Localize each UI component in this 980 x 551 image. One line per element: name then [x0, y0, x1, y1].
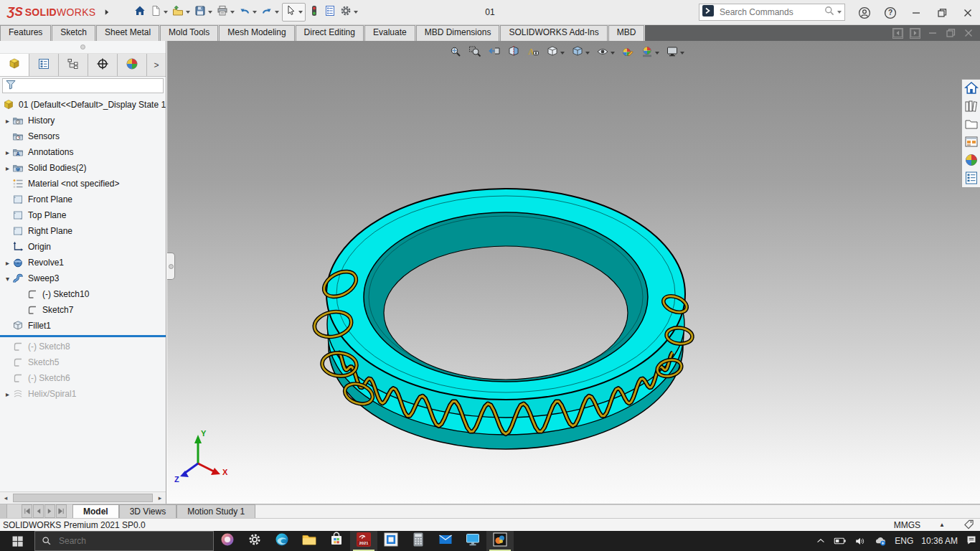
dropdown-caret-icon[interactable]	[298, 11, 303, 14]
tray-network-icon[interactable]	[874, 534, 887, 547]
dynamic-annotation-views-button[interactable]: A	[526, 44, 540, 62]
taskbar-app-microsoft-store[interactable]	[323, 531, 350, 551]
taskbar-app-solidworks-2021[interactable]: 2021	[350, 531, 377, 551]
minimize-button[interactable]	[908, 5, 924, 21]
search-magnifier-icon[interactable]	[824, 5, 835, 19]
ribbon-tab-mold-tools[interactable]: Mold Tools	[160, 25, 218, 41]
display-style-button[interactable]	[570, 44, 590, 62]
dropdown-caret-icon[interactable]	[354, 11, 358, 14]
panel-splitter-handle[interactable]	[0, 41, 166, 54]
panel-horizontal-scrollbar[interactable]: ◂ ▸	[0, 491, 166, 503]
user-account-icon[interactable]	[857, 5, 872, 21]
expand-arrow-icon[interactable]: ▸	[3, 390, 12, 398]
tree-item-front-plane[interactable]: Front Plane	[0, 192, 166, 207]
tray-battery-icon[interactable]	[834, 534, 847, 547]
taskbar-app-settings[interactable]	[241, 531, 268, 551]
open-button[interactable]	[171, 3, 192, 22]
tray-chevron-up-icon[interactable]	[816, 536, 826, 546]
rebuild-button[interactable]	[307, 3, 321, 22]
dropdown-caret-icon[interactable]	[585, 52, 590, 55]
search-commands-input[interactable]	[718, 6, 824, 18]
ribbon-tab-features[interactable]: Features	[0, 25, 51, 41]
taskbar-app-photos[interactable]	[486, 531, 514, 551]
document-tab-model[interactable]: Model	[72, 504, 119, 518]
scroll-left-arrow-icon[interactable]: ◂	[0, 494, 11, 501]
ribbon-tab-mbd-dimensions[interactable]: MBD Dimensions	[416, 25, 500, 41]
tray-volume-icon[interactable]	[854, 535, 866, 547]
tree-filter-input[interactable]	[2, 78, 164, 93]
taskbar-search-input[interactable]	[57, 535, 213, 547]
section-view-button[interactable]	[507, 44, 521, 62]
redo-button[interactable]	[260, 3, 281, 22]
fade-restore-icon[interactable]	[945, 27, 956, 39]
document-tab-motion-study-1[interactable]: Motion Study 1	[176, 504, 255, 518]
undo-button[interactable]	[237, 3, 258, 22]
fade-min-icon[interactable]	[927, 27, 938, 39]
language-indicator[interactable]: ENG	[895, 536, 913, 546]
task-pane-custom-properties-button[interactable]	[963, 171, 980, 188]
ribbon-tab-sheet-metal[interactable]: Sheet Metal	[96, 25, 159, 41]
taskbar-app-calculator[interactable]	[405, 531, 432, 551]
tree-item-sketch6[interactable]: (-) Sketch6	[0, 370, 166, 386]
select-button[interactable]	[282, 3, 306, 22]
taskbar-app-mail[interactable]	[432, 531, 459, 551]
rollback-bar[interactable]	[0, 335, 166, 337]
print-button[interactable]	[215, 3, 236, 22]
tree-item-sketch10[interactable]: (-) Sketch10	[0, 286, 166, 302]
search-caret-icon[interactable]	[837, 11, 842, 14]
edit-appearance-button[interactable]	[621, 44, 635, 62]
task-pane-appearances-scenes-button[interactable]	[963, 153, 980, 170]
taskbar-app-file-explorer[interactable]	[296, 531, 323, 551]
options-button[interactable]	[339, 3, 359, 22]
task-pane-file-explorer-button[interactable]	[963, 117, 980, 134]
dropdown-caret-icon[interactable]	[611, 52, 615, 55]
tree-item-helix-spiral1[interactable]: ▸Helix/Spiral1	[0, 386, 166, 402]
taskbar-app-copilot[interactable]	[214, 531, 241, 551]
tree-item-history[interactable]: ▸History	[0, 113, 166, 128]
save-button[interactable]	[193, 3, 214, 22]
tree-item-sensors[interactable]: Sensors	[0, 128, 166, 144]
tree-item-solid-bodies-2[interactable]: ▸Solid Bodies(2)	[0, 160, 166, 176]
manager-tab-dimxpertmanager[interactable]	[88, 54, 118, 76]
menu-flyout-arrow-icon[interactable]	[103, 7, 113, 17]
tree-item-origin[interactable]: Origin	[0, 239, 166, 255]
new-button[interactable]	[149, 3, 169, 22]
units-value[interactable]: MMGS	[894, 520, 920, 530]
fade-close-icon[interactable]	[963, 27, 974, 39]
tree-item-fillet1[interactable]: Fillet1	[0, 318, 166, 334]
scrollbar-thumb[interactable]	[13, 494, 153, 502]
manager-tab-displaymanager[interactable]	[118, 54, 147, 76]
action-center-icon[interactable]	[966, 534, 977, 548]
task-pane-view-palette-button[interactable]	[963, 135, 980, 152]
tree-item-right-plane[interactable]: Right Plane	[0, 223, 166, 239]
help-icon[interactable]: ?	[882, 5, 898, 21]
graphics-viewport[interactable]: Y X Z A	[167, 41, 980, 504]
zoom-to-fit-button[interactable]	[448, 44, 463, 62]
ribbon-tab-sketch[interactable]: Sketch	[52, 25, 95, 41]
expand-arrow-icon[interactable]: ▸	[3, 259, 12, 267]
doc-next-tab-icon[interactable]	[910, 28, 920, 39]
tab-nav-first-icon[interactable]	[22, 504, 32, 518]
previous-view-button[interactable]	[487, 44, 501, 62]
tree-item-top-plane[interactable]: Top Plane	[0, 207, 166, 223]
tree-item-sketch8[interactable]: (-) Sketch8	[0, 339, 166, 354]
expand-arrow-icon[interactable]: ▸	[3, 149, 12, 156]
dropdown-caret-icon[interactable]	[560, 52, 565, 55]
zoom-to-area-button[interactable]	[468, 44, 482, 62]
expand-arrow-icon[interactable]: ▾	[3, 275, 12, 283]
ribbon-tab-direct-editing[interactable]: Direct Editing	[296, 25, 364, 41]
taskbar-app-display[interactable]	[459, 531, 486, 551]
ribbon-tab-mesh-modeling[interactable]: Mesh Modeling	[219, 25, 294, 41]
command-search[interactable]	[699, 4, 845, 21]
scroll-right-arrow-icon[interactable]: ▸	[154, 494, 166, 501]
dropdown-caret-icon[interactable]	[208, 11, 212, 14]
file-properties-button[interactable]	[323, 3, 337, 22]
start-button[interactable]	[0, 531, 34, 551]
restore-button[interactable]	[934, 5, 950, 21]
clock[interactable]: 10:36 AM	[921, 536, 958, 546]
dropdown-caret-icon[interactable]	[275, 11, 279, 14]
dropdown-caret-icon[interactable]	[164, 11, 168, 14]
tree-item-revolve1[interactable]: ▸Revolve1	[0, 255, 166, 270]
tree-item-sweep3[interactable]: ▾Sweep3	[0, 270, 166, 286]
tree-root-part[interactable]: 01 (Default<<Default>_Display State 1>	[0, 97, 166, 113]
